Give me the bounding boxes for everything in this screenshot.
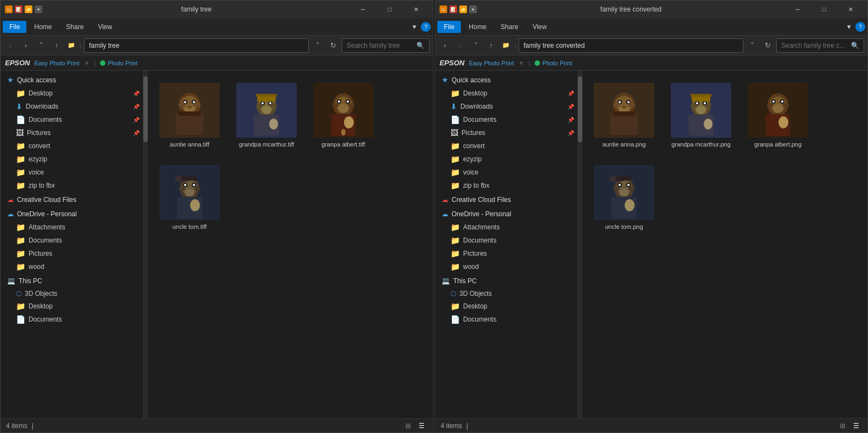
right-tab-view[interactable]: View (526, 21, 553, 33)
right-sidebar-3dobjects[interactable]: ⬡ 3D Objects (435, 288, 577, 300)
left-sidebar-pc-desktop[interactable]: 📁 Desktop (1, 300, 143, 313)
right-file-area: auntie anna.png (582, 71, 867, 418)
left-file-grandpa[interactable]: grandpa mcarthur.tiff (233, 80, 299, 151)
right-maximize-button[interactable]: □ (811, 1, 837, 18)
left-recent-button[interactable]: ˅ (35, 39, 48, 52)
right-grid-view-btn[interactable]: ⊞ (837, 420, 849, 431)
right-ribbon-chevron[interactable]: ▾ (843, 21, 854, 32)
left-search-box[interactable]: 🔍 (342, 38, 430, 53)
svg-point-90 (782, 103, 789, 108)
left-sidebar-downloads[interactable]: ⬇ Downloads 📌 (1, 100, 143, 113)
left-quick-access-header[interactable]: ★ Quick access (1, 73, 143, 87)
right-sidebar-voice[interactable]: 📁 voice (435, 166, 577, 179)
right-list-view-btn[interactable]: ☰ (850, 420, 862, 431)
left-tab-file[interactable]: File (3, 21, 26, 33)
right-photo-print-btn[interactable]: Photo Print (535, 60, 572, 66)
left-sidebar-pc-documents[interactable]: 📄 Documents (1, 313, 143, 326)
right-minimize-button[interactable]: ─ (785, 1, 810, 18)
right-onedrive-header[interactable]: ☁ OneDrive - Personal (435, 207, 577, 221)
left-sidebar-od-pictures[interactable]: 📁 Pictures (1, 247, 143, 260)
right-up-button[interactable]: ↑ (485, 39, 498, 52)
right-sidebar-convert[interactable]: 📁 convert (435, 139, 577, 153)
left-grid-view-btn[interactable]: ⊞ (402, 420, 414, 431)
left-address-breadcrumb-folder[interactable]: 📁 (65, 41, 77, 50)
left-file-uncle[interactable]: uncle tom.tiff (157, 162, 222, 233)
left-address-dropdown[interactable]: ˅ (311, 39, 324, 52)
right-filename-granpa: granpa albert.png (754, 141, 802, 148)
right-sidebar-pc-desktop[interactable]: 📁 Desktop (435, 300, 577, 313)
left-sidebar-convert[interactable]: 📁 convert (1, 139, 143, 153)
right-sidebar-scrollbar[interactable] (578, 71, 582, 418)
left-tab-home[interactable]: Home (27, 21, 58, 33)
left-back-button[interactable]: ‹ (4, 39, 17, 52)
right-file-grandpa[interactable]: grandpa mcarthur.png (668, 80, 734, 151)
right-sidebar-desktop[interactable]: 📁 Desktop 📌 (435, 87, 577, 100)
right-sidebar-downloads[interactable]: ⬇ Downloads 📌 (435, 100, 577, 113)
right-address-dropdown[interactable]: ˅ (745, 39, 759, 52)
right-file-auntie-anna[interactable]: auntie anna.png (591, 80, 657, 151)
right-sidebar-od-pictures[interactable]: 📁 Pictures (435, 247, 577, 260)
right-sidebar-pc-documents[interactable]: 📄 Documents (435, 313, 577, 326)
left-address-input[interactable] (84, 38, 309, 53)
right-address-input[interactable] (519, 38, 743, 53)
right-sidebar-ezyzip[interactable]: 📁 ezyzip (435, 153, 577, 166)
left-file-auntie-anna[interactable]: auntie anna.tiff (157, 80, 222, 151)
left-sidebar-zip-fbx[interactable]: 📁 zip to fbx (1, 179, 143, 192)
left-sidebar-voice[interactable]: 📁 voice (1, 166, 143, 179)
right-creative-cloud-header[interactable]: ☁ Creative Cloud Files (435, 193, 577, 206)
right-file-granpa[interactable]: granpa albert.png (745, 80, 811, 151)
left-ribbon-help[interactable]: ? (421, 22, 431, 32)
left-search-input[interactable] (347, 42, 414, 49)
left-forward-button[interactable]: › (19, 39, 32, 52)
left-sidebar-pictures[interactable]: 🖼 Pictures 📌 (1, 126, 143, 139)
left-win-controls: ─ □ ✕ (350, 1, 429, 18)
left-up-button[interactable]: ↑ (50, 39, 63, 52)
left-thispc-header[interactable]: 💻 This PC (1, 274, 143, 288)
right-search-box[interactable]: 🔍 (776, 38, 864, 53)
right-refresh-button[interactable]: ↻ (761, 39, 774, 52)
left-sidebar-ezyzip[interactable]: 📁 ezyzip (1, 153, 143, 166)
left-tab-view[interactable]: View (91, 21, 119, 33)
right-thispc-header[interactable]: 💻 This PC (435, 274, 577, 288)
left-sidebar-documents[interactable]: 📄 Documents 📌 (1, 113, 143, 126)
left-photo-print-btn[interactable]: Photo Print (100, 60, 137, 66)
right-sidebar-attachments[interactable]: 📁 Attachments (435, 221, 577, 234)
right-epson-link[interactable]: Easy Photo Print (469, 60, 514, 66)
left-creative-cloud-header[interactable]: ☁ Creative Cloud Files (1, 193, 143, 206)
right-quick-access-header[interactable]: ★ Quick access (435, 73, 577, 87)
right-address-breadcrumb-folder[interactable]: 📁 (500, 41, 512, 50)
left-tab-share[interactable]: Share (59, 21, 90, 33)
left-sidebar-desktop[interactable]: 📁 Desktop 📌 (1, 87, 143, 100)
right-ribbon-help[interactable]: ? (855, 22, 865, 32)
left-list-view-btn[interactable]: ☰ (415, 420, 427, 431)
left-sidebar-3dobjects[interactable]: ⬡ 3D Objects (1, 288, 143, 300)
left-refresh-button[interactable]: ↻ (326, 39, 340, 52)
right-sidebar-documents[interactable]: 📄 Documents 📌 (435, 113, 577, 126)
left-sidebar-scrollbar[interactable] (143, 71, 148, 418)
right-forward-button[interactable]: › (454, 39, 467, 52)
right-sidebar-zip-fbx[interactable]: 📁 zip to fbx (435, 179, 577, 192)
left-file-granpa[interactable]: granpa albert.tiff (310, 80, 376, 151)
right-tab-home[interactable]: Home (462, 21, 493, 33)
right-sidebar-od-documents[interactable]: 📁 Documents (435, 234, 577, 247)
right-close-button[interactable]: ✕ (838, 1, 863, 18)
left-sidebar-attachments[interactable]: 📁 Attachments (1, 221, 143, 234)
left-epson-link[interactable]: Easy Photo Print (35, 60, 80, 66)
right-file-uncle[interactable]: uncle tom.png (591, 162, 657, 233)
right-back-button[interactable]: ‹ (438, 39, 452, 52)
right-sidebar-pictures[interactable]: 🖼 Pictures 📌 (435, 126, 577, 139)
left-maximize-button[interactable]: □ (377, 1, 402, 18)
right-sidebar-wood[interactable]: 📁 wood (435, 260, 577, 273)
left-voice-icon: 📁 (16, 168, 25, 177)
left-sidebar-od-documents[interactable]: 📁 Documents (1, 234, 143, 247)
right-search-input[interactable] (781, 42, 849, 49)
left-onedrive-header[interactable]: ☁ OneDrive - Personal (1, 207, 143, 221)
left-minimize-button[interactable]: ─ (350, 1, 376, 18)
left-close-button[interactable]: ✕ (403, 1, 429, 18)
left-file-area: auntie anna.tiff (148, 71, 433, 418)
left-sidebar-wood[interactable]: 📁 wood (1, 260, 143, 273)
right-tab-file[interactable]: File (437, 21, 461, 33)
left-ribbon-chevron[interactable]: ▾ (409, 21, 420, 32)
right-tab-share[interactable]: Share (494, 21, 525, 33)
right-recent-button[interactable]: ˅ (469, 39, 482, 52)
